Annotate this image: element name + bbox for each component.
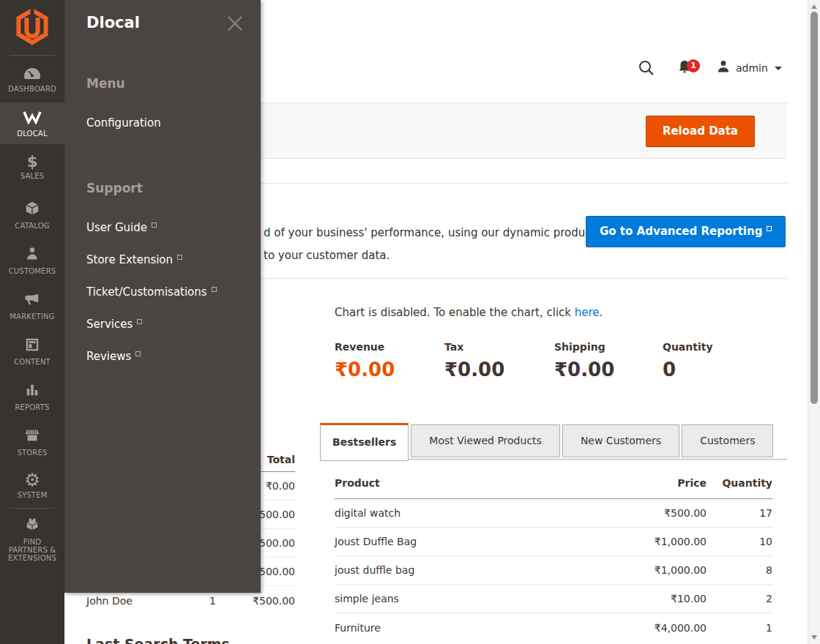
product-qty: 10 — [707, 536, 772, 547]
product-price: ₹1,000.00 — [604, 564, 707, 576]
total-tax: Tax ₹0.00 — [444, 341, 554, 381]
external-link-icon — [137, 319, 142, 324]
order-items: 1 — [163, 595, 222, 607]
product-name: digital watch — [335, 507, 604, 519]
sidebar-item-label: FIND PARTNERS & EXTENSIONS — [6, 538, 59, 562]
magento-logo[interactable] — [16, 7, 48, 48]
enable-chart-link[interactable]: here — [575, 306, 600, 319]
col-product: Product — [335, 477, 604, 489]
notifications-button[interactable]: 1 — [676, 58, 701, 78]
notice-period: . — [600, 306, 603, 319]
sidebar-item-customers[interactable]: CUSTOMERS — [0, 246, 64, 275]
flyout-item-user-guide[interactable]: User Guide — [86, 221, 157, 234]
sidebar-item-label: CONTENT — [0, 358, 64, 366]
shipping-label: Shipping — [554, 341, 663, 353]
tab-most-viewed-products[interactable]: Most Viewed Products — [411, 424, 560, 457]
sidebar-item-label: SALES — [0, 172, 64, 180]
link-label: Services — [86, 318, 133, 331]
order-total: ₹500.00 — [222, 595, 295, 607]
sidebar-item-label: MARKETING — [0, 312, 64, 321]
sidebar-item-marketing[interactable]: MARKETING — [0, 291, 64, 321]
sidebar-item-reports[interactable]: REPORTS — [0, 382, 64, 411]
scrollbar-down-arrow[interactable] — [811, 635, 817, 640]
notification-badge: 1 — [687, 59, 700, 72]
marketing-megaphone-icon — [23, 296, 41, 310]
sales-dollar-icon: $ — [0, 154, 64, 170]
col-price: Price — [604, 477, 707, 489]
external-link-icon — [152, 222, 157, 228]
scrollbar — [808, 0, 820, 644]
sidebar-item-stores[interactable]: STORES — [0, 427, 64, 457]
sidebar-item-label: DASHBOARD — [0, 85, 64, 93]
sidebar-item-sales[interactable]: $ SALES — [0, 154, 64, 180]
product-name: simple jeans — [335, 593, 604, 604]
table-row: digital watch ₹500.00 17 — [335, 499, 772, 528]
flyout-item-ticket-customisations[interactable]: Ticket/Customisations — [86, 285, 217, 299]
flyout-item-store-extension[interactable]: Store Extension — [86, 253, 182, 266]
sidebar-item-find-partners-extensions[interactable]: FIND PARTNERS & EXTENSIONS — [0, 517, 64, 562]
flyout-item-services[interactable]: Services — [86, 318, 142, 331]
notice-text: Chart is disabled. To enable the chart, … — [335, 306, 575, 319]
advanced-reporting-text: d of your business' performance, using o… — [264, 222, 599, 267]
admin-username: admin — [736, 62, 768, 74]
product-name: Joust Duffle Bag — [335, 536, 604, 547]
chart-disabled-notice: Chart is disabled. To enable the chart, … — [335, 306, 603, 319]
flyout-title: Dlocal — [86, 14, 140, 31]
advanced-reporting-line2: to your customer data. — [264, 244, 599, 267]
product-name: Furniture — [335, 622, 604, 634]
flyout-item-configuration[interactable]: Configuration — [86, 116, 161, 130]
product-qty: 1 — [707, 622, 772, 634]
sidebar-item-dlocal[interactable]: DLOCAL — [0, 110, 64, 138]
sidebar-item-dashboard[interactable]: DASHBOARD — [0, 67, 64, 93]
sidebar-item-content[interactable]: CONTENT — [0, 337, 64, 366]
sidebar-item-label: CATALOG — [0, 222, 64, 230]
scrollbar-up-arrow[interactable] — [811, 4, 817, 9]
dashboard-totals: Revenue ₹0.00 Tax ₹0.00 Shipping ₹0.00 Q… — [335, 341, 772, 381]
external-link-icon — [135, 351, 141, 356]
sidebar-item-label: DLOCAL — [0, 130, 64, 138]
sidebar-item-system[interactable]: ⚙ SYSTEM — [0, 471, 64, 499]
stores-storefront-icon — [23, 433, 41, 446]
quantity-value: 0 — [663, 359, 772, 381]
dashboard-gauge-icon — [23, 69, 41, 83]
product-price: ₹500.00 — [604, 507, 707, 519]
extensions-brick-icon — [23, 522, 41, 536]
dlocal-flyout-menu: Dlocal Menu Configuration Support User G… — [64, 0, 261, 593]
tab-customers[interactable]: Customers — [682, 424, 773, 457]
tab-new-customers[interactable]: New Customers — [562, 424, 679, 457]
sidebar-item-label: CUSTOMERS — [0, 267, 64, 275]
sidebar-item-catalog[interactable]: CATALOG — [0, 201, 64, 230]
flyout-item-reviews[interactable]: Reviews — [86, 350, 141, 363]
sidebar-item-label: STORES — [0, 449, 64, 457]
table-row: Joust Duffle Bag ₹1,000.00 10 — [335, 528, 772, 556]
tax-label: Tax — [444, 341, 554, 353]
search-icon[interactable] — [638, 59, 655, 77]
external-link-icon — [212, 287, 217, 292]
product-qty: 2 — [707, 593, 772, 604]
close-icon[interactable] — [227, 15, 243, 31]
link-label: User Guide — [86, 221, 147, 234]
product-qty: 17 — [707, 507, 772, 519]
advanced-reporting-line1: d of your business' performance, using o… — [264, 222, 599, 244]
total-quantity: Quantity 0 — [663, 341, 772, 381]
total-shipping: Shipping ₹0.00 — [554, 341, 663, 381]
product-qty: 8 — [707, 564, 772, 576]
bestsellers-header-row: Product Price Quantity — [335, 477, 772, 499]
link-label: Store Extension — [86, 253, 173, 266]
user-icon — [716, 59, 731, 78]
product-price: ₹10.00 — [604, 593, 707, 604]
order-customer: John Doe — [86, 595, 163, 607]
go-to-advanced-reporting-button[interactable]: Go to Advanced Reporting — [586, 216, 786, 247]
tab-bestsellers[interactable]: Bestsellers — [320, 423, 409, 461]
external-link-icon — [767, 226, 772, 231]
link-label: Reviews — [86, 350, 131, 363]
dlocal-w-icon — [23, 113, 42, 127]
scrollbar-thumb[interactable] — [810, 12, 818, 404]
tax-value: ₹0.00 — [444, 359, 554, 381]
col-quantity: Quantity — [707, 477, 772, 489]
reload-data-button[interactable]: Reload Data — [646, 116, 755, 147]
admin-user-menu[interactable]: admin — [716, 59, 782, 78]
last-search-terms-title: Last Search Terms — [86, 636, 230, 644]
sidebar-item-label: REPORTS — [0, 403, 64, 411]
total-revenue: Revenue ₹0.00 — [335, 341, 444, 381]
